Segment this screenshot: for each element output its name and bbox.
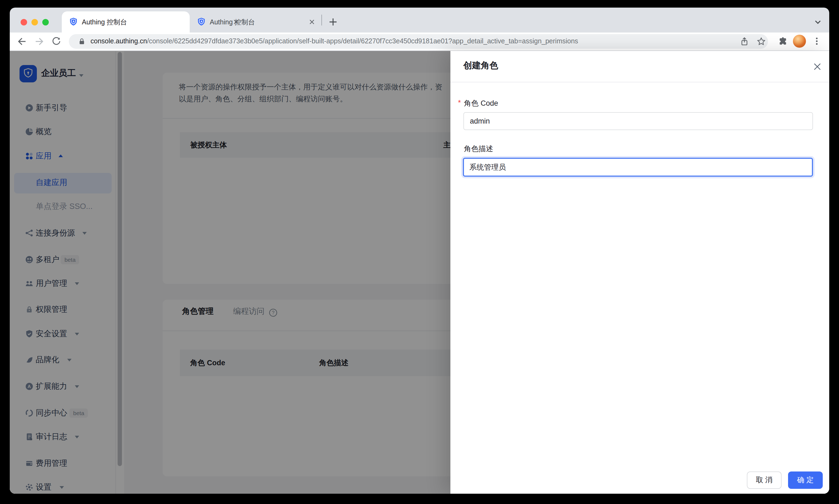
tab-divider	[321, 15, 322, 25]
tab-search-chevron-down-icon[interactable]	[814, 19, 822, 25]
authing-favicon-shield-icon	[197, 17, 206, 26]
three-dots-icon	[812, 36, 822, 46]
puzzle-icon	[778, 36, 787, 46]
browser-toolbar: console.authing.cn/console/6225dd4297dfd…	[10, 33, 829, 51]
cancel-button[interactable]: 取 消	[747, 471, 782, 489]
role-code-label: 角色 Code	[464, 98, 498, 108]
console-page: 企业员工 新手引导 概览	[10, 51, 829, 494]
tab-authing-console-1[interactable]: Authing 控制台	[62, 12, 190, 33]
bookmark-star-icon[interactable]	[756, 37, 766, 46]
screen: Authing 控制台 Authing 控制台	[0, 0, 839, 504]
back-button[interactable]	[15, 35, 28, 48]
tab-authing-console-2[interactable]: Authing 控制台	[193, 12, 321, 33]
new-tab-plus-icon[interactable]	[328, 17, 338, 26]
url-host: console.authing.cn	[90, 37, 147, 45]
role-desc-label: 角色描述	[464, 144, 493, 154]
authing-favicon-shield-icon	[69, 17, 78, 26]
extensions-button[interactable]	[776, 35, 789, 48]
lock-icon	[78, 37, 86, 46]
tab-title: Authing 控制台	[82, 18, 127, 27]
browser-window: Authing 控制台 Authing 控制台	[10, 7, 829, 494]
confirm-button[interactable]: 确 定	[788, 471, 823, 489]
reload-button[interactable]	[50, 35, 63, 48]
tab-title: Authing 控制台	[210, 18, 255, 27]
browser-menu-button[interactable]	[810, 35, 823, 48]
close-window-button[interactable]	[21, 19, 27, 25]
drawer-close-icon[interactable]	[813, 62, 822, 71]
drawer-header-divider	[450, 82, 829, 83]
url-path: /console/6225dd4297dfdae373e3b0e5/applic…	[147, 37, 578, 45]
role-desc-input[interactable]	[463, 158, 813, 177]
profile-avatar[interactable]	[793, 35, 806, 48]
tab-close-icon[interactable]	[309, 19, 315, 25]
role-code-input[interactable]	[463, 112, 813, 130]
forward-button[interactable]	[33, 35, 46, 48]
share-icon[interactable]	[740, 37, 749, 46]
drawer-title: 创建角色	[463, 60, 498, 72]
arrow-right-icon	[34, 36, 44, 46]
create-role-drawer: 创建角色 * 角色 Code 角色描述 取 消 确 定	[450, 51, 829, 494]
address-bar[interactable]: console.authing.cn/console/6225dd4297dfd…	[69, 34, 768, 49]
zoom-window-button[interactable]	[42, 19, 49, 25]
minimize-window-button[interactable]	[32, 19, 38, 25]
required-asterisk: *	[458, 98, 461, 107]
url-text: console.authing.cn/console/6225dd4297dfd…	[90, 34, 578, 49]
arrow-left-icon	[17, 36, 27, 46]
reload-icon	[52, 36, 61, 46]
